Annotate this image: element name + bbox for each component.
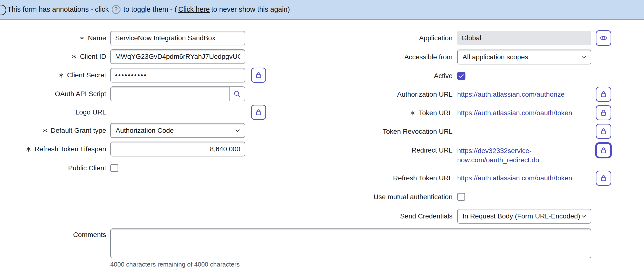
mandatory-icon — [42, 128, 48, 134]
token-url-label: Token URL — [322, 106, 452, 120]
redirect-url-lock-button[interactable] — [595, 142, 612, 158]
comments-label: Comments — [0, 228, 106, 241]
oauth-api-script-label: OAuth API Script — [0, 86, 106, 101]
banner-text: to toggle them - ( — [124, 5, 177, 14]
public-client-checkbox[interactable] — [110, 164, 118, 172]
mandatory-icon — [71, 54, 77, 60]
mandatory-icon — [79, 35, 85, 41]
refresh-token-url-link[interactable]: https://auth.atlassian.com/oauth/token — [457, 171, 572, 185]
question-circle-icon[interactable]: ? — [112, 5, 120, 14]
send-credentials-label: Send Credentials — [322, 209, 452, 223]
oauth-api-script-input[interactable] — [111, 87, 229, 101]
lock-icon — [599, 146, 608, 154]
send-credentials-select[interactable]: In Request Body (Form URL-Encoded) — [457, 209, 591, 223]
annotations-banner: This form has annotations - click ? to t… — [0, 0, 644, 20]
lock-icon — [599, 127, 608, 135]
redirect-url-label: Redirect URL — [322, 143, 452, 158]
token-url-lock-button[interactable] — [596, 105, 611, 120]
banner-text: to never show this again) — [211, 5, 290, 14]
token-revocation-url-lock-button[interactable] — [596, 124, 611, 139]
active-checkbox[interactable] — [457, 72, 466, 80]
banner-text: This form has annotations - click — [7, 5, 109, 14]
name-input[interactable] — [110, 31, 245, 45]
accessible-from-select[interactable]: All application scopes — [457, 50, 591, 65]
token-revocation-url-label: Token Revocation URL — [322, 124, 452, 139]
mandatory-icon — [410, 110, 416, 116]
never-show-again-link[interactable]: Click here — [178, 5, 210, 14]
client-id-input[interactable] — [110, 49, 245, 64]
check-icon — [458, 74, 464, 78]
refresh-token-url-label: Refresh Token URL — [322, 171, 452, 185]
lock-icon — [254, 71, 263, 79]
authorization-url-lock-button[interactable] — [596, 87, 611, 102]
client-id-label: Client ID — [0, 49, 106, 64]
use-mutual-authentication-label: Use mutual authentication — [322, 193, 452, 201]
lock-icon — [599, 174, 608, 182]
mandatory-icon — [58, 72, 64, 78]
application-preview-button[interactable] — [596, 30, 611, 46]
refresh-token-lifespan-input[interactable] — [110, 142, 245, 156]
eye-icon — [599, 34, 608, 43]
lock-icon — [599, 109, 608, 117]
refresh-token-lifespan-label: Refresh Token Lifespan — [0, 142, 106, 156]
accessible-from-label: Accessible from — [322, 50, 452, 65]
mandatory-icon — [26, 146, 32, 152]
refresh-token-url-lock-button[interactable] — [596, 171, 611, 186]
active-label: Active — [322, 72, 452, 80]
chevron-down-icon — [581, 214, 586, 218]
authorization-url-link[interactable]: https://auth.atlassian.com/authorize — [457, 87, 564, 102]
default-grant-type-select[interactable]: Authorization Code — [110, 123, 245, 138]
reference-lookup-button[interactable] — [229, 87, 245, 101]
public-client-label: Public Client — [0, 164, 106, 172]
logo-url-label: Logo URL — [0, 105, 106, 120]
application-readonly-field: Global — [457, 31, 591, 45]
comments-textarea[interactable] — [110, 228, 591, 258]
name-label: Name — [0, 31, 106, 45]
chevron-down-icon — [581, 55, 586, 59]
oauth-api-script-reference — [110, 86, 245, 101]
comments-character-counter: 4000 characters remaining of 4000 charac… — [110, 261, 240, 268]
use-mutual-authentication-checkbox[interactable] — [457, 193, 465, 201]
chevron-down-icon — [235, 129, 240, 132]
search-icon — [233, 90, 241, 98]
authorization-url-label: Authorization URL — [322, 87, 452, 102]
client-secret-lock-button[interactable] — [251, 68, 266, 83]
default-grant-type-label: Default Grant type — [0, 123, 106, 138]
application-label: Application — [322, 31, 452, 45]
client-secret-input[interactable] — [110, 68, 245, 83]
redirect-url-link[interactable]: https://dev32332service-now.com/oauth_re… — [457, 143, 543, 169]
lock-icon — [599, 90, 608, 98]
lock-icon — [254, 108, 263, 116]
token-url-link[interactable]: https://auth.atlassian.com/oauth/token — [457, 106, 572, 120]
client-secret-label: Client Secret — [0, 68, 106, 83]
logo-url-lock-button[interactable] — [251, 105, 266, 120]
